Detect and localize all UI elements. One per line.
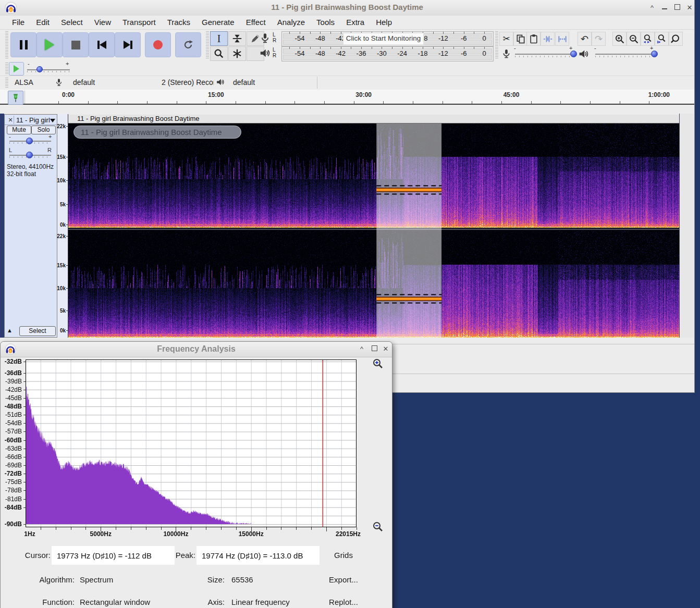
meter-scale-value: -12 <box>438 34 448 42</box>
clip-title-bar[interactable]: 11 - Pig girl Brainwashing Boost Daytime <box>68 115 679 123</box>
axis-dropdown[interactable]: Linear frequency <box>231 598 290 606</box>
recording-channels-dropdown[interactable]: 2 (Stereo) Recor <box>162 78 214 86</box>
solo-button[interactable]: Solo <box>31 126 56 134</box>
menu-item-extra[interactable]: Extra <box>340 16 370 29</box>
audio-host-dropdown[interactable]: ALSA <box>15 78 33 86</box>
zoom-out-button[interactable] <box>627 32 641 46</box>
silence-audio-button[interactable] <box>555 32 569 46</box>
undo-button[interactable]: ↶ <box>578 32 592 46</box>
vertical-scrollbar[interactable] <box>680 114 694 338</box>
meter-tick <box>341 32 341 34</box>
grids-checkbox[interactable]: Grids <box>328 551 359 560</box>
zoom-in-button[interactable] <box>612 32 627 46</box>
track-close-button[interactable]: ✕ <box>7 116 14 123</box>
menu-item-analyze[interactable]: Analyze <box>272 16 311 29</box>
device-toolbar-separator <box>317 77 317 89</box>
device-toolbar-grip[interactable] <box>5 77 8 88</box>
tools-toolbar-grip[interactable] <box>206 31 209 58</box>
playback-device-dropdown[interactable]: default <box>233 78 255 86</box>
freq-window-shade-button[interactable]: ^ <box>356 345 367 353</box>
gain-slider-thumb[interactable] <box>26 138 33 144</box>
zoom-tool-button[interactable] <box>210 46 228 61</box>
menu-item-tools[interactable]: Tools <box>311 16 340 29</box>
freq-zoom-out-button[interactable] <box>372 520 384 535</box>
menu-item-edit[interactable]: Edit <box>30 16 55 29</box>
speed-slider[interactable] <box>27 69 70 70</box>
stop-button[interactable] <box>63 32 89 57</box>
title-bar[interactable]: 11 - Pig girl Brainwashing Boost Daytime… <box>0 0 694 16</box>
menu-item-effect[interactable]: Effect <box>240 16 272 29</box>
fit-selection-button[interactable] <box>641 32 655 46</box>
play-at-speed-button[interactable] <box>9 62 24 76</box>
menu-item-file[interactable]: File <box>6 16 30 29</box>
play-at-speed-grip[interactable] <box>5 63 8 74</box>
multi-tool-icon <box>231 48 243 59</box>
freq-y-label: -48dB <box>5 403 22 410</box>
copy-button[interactable] <box>513 32 527 46</box>
menu-item-select[interactable]: Select <box>55 16 89 29</box>
algorithm-dropdown[interactable]: Spectrum <box>80 575 113 584</box>
spectrogram-canvas[interactable] <box>68 123 679 338</box>
window-maximize-button[interactable] <box>671 4 683 12</box>
playback-volume-slider[interactable] <box>595 54 654 55</box>
meter-scale-value: -42 <box>336 49 346 57</box>
transport-toolbar-grip[interactable] <box>5 31 8 58</box>
freq-window-close-button[interactable]: ✕ <box>380 345 391 353</box>
speed-slider-thumb[interactable] <box>36 66 43 72</box>
meter-tick <box>443 47 444 49</box>
skip-to-end-button[interactable] <box>115 32 141 57</box>
loop-button[interactable] <box>175 32 201 57</box>
export-button[interactable]: Export... <box>322 575 365 584</box>
playback-volume-thumb[interactable] <box>651 51 658 57</box>
fit-project-button[interactable] <box>655 32 669 46</box>
menu-item-view[interactable]: View <box>89 16 117 29</box>
track-vertical-ruler[interactable]: 22k15k10k5k0k22k15k10k5k0k <box>57 114 68 338</box>
window-minimize-button[interactable] <box>659 4 670 12</box>
record-button[interactable] <box>145 32 171 57</box>
pan-slider-thumb[interactable] <box>26 152 33 158</box>
recording-volume-thumb[interactable] <box>570 51 577 57</box>
track-select-button[interactable]: Select <box>19 326 56 336</box>
timeline-ruler[interactable]: 0:0015:0030:0045:001:00:00 <box>0 90 694 105</box>
track-header-bottom <box>5 125 57 125</box>
playback-meter[interactable]: -54-48-42-36-30-24-18-12-60 <box>281 46 494 61</box>
freq-window-maximize-button[interactable] <box>369 345 380 353</box>
pin-playhead-button[interactable] <box>8 91 23 105</box>
track-name-dropdown[interactable]: 11 - Pig girl <box>16 116 50 124</box>
pause-button[interactable] <box>10 32 36 57</box>
skip-to-start-button[interactable] <box>89 32 115 57</box>
menu-item-help[interactable]: Help <box>370 16 398 29</box>
track-collapse-button[interactable]: ▲ <box>7 327 13 333</box>
edit-toolbar-grip[interactable] <box>495 31 498 58</box>
record-meter-overlay[interactable]: Click to Start Monitoring <box>343 33 424 45</box>
spectrum-plot-canvas[interactable] <box>26 359 357 527</box>
paste-button[interactable] <box>526 32 541 46</box>
timeline-tick <box>206 101 206 104</box>
timeline-tick <box>383 101 384 104</box>
frequency-analysis-window: Frequency Analysis ^ ✕ -32dB-36dB-39dB-4… <box>0 341 392 608</box>
menu-item-transport[interactable]: Transport <box>117 16 162 29</box>
track-menu-chevron-down-icon[interactable] <box>50 119 55 122</box>
record-meter[interactable]: -54-48-42-36-30-24-18-12-60Click to Star… <box>281 31 494 46</box>
recording-volume-slider[interactable] <box>515 54 573 55</box>
function-dropdown[interactable]: Rectangular window <box>80 598 150 606</box>
recording-device-dropdown[interactable]: default <box>73 78 95 86</box>
cut-button[interactable]: ✂ <box>499 32 513 46</box>
redo-button[interactable]: ↷ <box>592 32 606 46</box>
playback-R-label: R <box>273 53 276 58</box>
replot-button[interactable]: Replot... <box>322 598 365 606</box>
freq-window-title-bar[interactable]: Frequency Analysis ^ ✕ <box>1 342 392 357</box>
zoom-toggle-button[interactable] <box>669 32 683 46</box>
window-close-button[interactable]: ✕ <box>684 4 695 12</box>
multi-tool-button[interactable] <box>228 46 246 61</box>
size-dropdown[interactable]: 65536 <box>231 575 253 584</box>
menu-item-generate[interactable]: Generate <box>196 16 240 29</box>
freq-zoom-in-button[interactable] <box>372 357 384 372</box>
menu-item-tracks[interactable]: Tracks <box>162 16 196 29</box>
trim-audio-button[interactable] <box>541 32 555 46</box>
undo-icon: ↶ <box>581 34 588 44</box>
window-shade-button[interactable]: ^ <box>646 4 658 12</box>
envelope-tool-button[interactable] <box>228 31 246 46</box>
play-button[interactable] <box>36 32 63 57</box>
selection-tool-button[interactable]: I <box>210 31 228 46</box>
